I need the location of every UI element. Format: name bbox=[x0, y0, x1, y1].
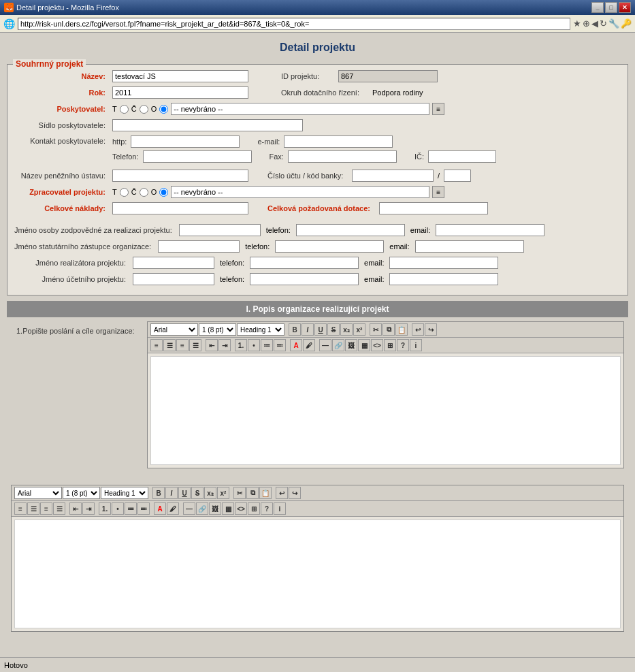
close-button[interactable]: ✕ bbox=[619, 2, 631, 13]
maximize-button[interactable]: □ bbox=[605, 2, 617, 13]
font-size-select-2[interactable]: 1 (8 pt) bbox=[63, 487, 100, 499]
undo-btn[interactable]: ↩ bbox=[412, 323, 424, 336]
indent-btn-2[interactable]: ⇥ bbox=[82, 502, 95, 515]
align-center-btn[interactable]: ☰ bbox=[163, 339, 176, 351]
font-family-select-2[interactable]: Arial bbox=[14, 487, 62, 499]
italic-btn-2[interactable]: I bbox=[165, 487, 178, 499]
underline-btn[interactable]: U bbox=[314, 323, 327, 336]
list-btn2[interactable]: ≔ bbox=[261, 339, 273, 351]
bold-btn[interactable]: B bbox=[289, 323, 301, 336]
italic-btn[interactable]: I bbox=[302, 323, 314, 336]
realizatora-input[interactable] bbox=[133, 257, 214, 269]
zodpovedne-email[interactable] bbox=[436, 224, 544, 236]
info-btn-2[interactable]: i bbox=[274, 502, 286, 515]
fax-input[interactable] bbox=[288, 150, 397, 163]
radio-c2[interactable] bbox=[140, 188, 148, 197]
align-justify-btn-2[interactable]: ☰ bbox=[53, 502, 65, 515]
statutarni-tel[interactable] bbox=[275, 240, 384, 253]
subscript-btn-2[interactable]: x₂ bbox=[204, 487, 216, 499]
statutarni-input[interactable] bbox=[158, 240, 240, 253]
indent-btn[interactable]: ⇥ bbox=[218, 339, 231, 351]
image-btn-2[interactable]: 🖼 bbox=[209, 502, 221, 515]
hr-btn[interactable]: — bbox=[319, 339, 331, 351]
zpracovatel-btn[interactable]: ≡ bbox=[432, 186, 444, 198]
help-btn[interactable]: ? bbox=[397, 339, 409, 351]
font-family-select[interactable]: Arial bbox=[150, 323, 198, 336]
text-color-btn-2[interactable]: A bbox=[154, 502, 166, 515]
radio-o[interactable] bbox=[159, 105, 168, 114]
penezni-input[interactable] bbox=[112, 170, 248, 182]
image-btn[interactable]: 🖼 bbox=[345, 339, 357, 351]
realizatora-email[interactable] bbox=[389, 257, 498, 269]
cislo-input[interactable] bbox=[352, 170, 434, 182]
list-btn2-2[interactable]: ≔ bbox=[125, 502, 137, 515]
link-btn-2[interactable]: 🔗 bbox=[196, 502, 208, 515]
align-justify-btn[interactable]: ☰ bbox=[189, 339, 201, 351]
ucetni-tel[interactable] bbox=[250, 273, 359, 285]
table-btn[interactable]: ▦ bbox=[358, 339, 370, 351]
align-center-btn-2[interactable]: ☰ bbox=[27, 502, 39, 515]
redo-btn[interactable]: ↪ bbox=[425, 323, 437, 336]
celkove-input[interactable] bbox=[112, 202, 248, 214]
bookmark-icon[interactable]: ★ bbox=[573, 18, 581, 29]
heading-select-2[interactable]: Heading 1 bbox=[101, 487, 148, 499]
help-btn-2[interactable]: ? bbox=[261, 502, 273, 515]
cut-btn[interactable]: ✂ bbox=[370, 323, 382, 336]
subscript-btn[interactable]: x₂ bbox=[340, 323, 353, 336]
celkova-input[interactable] bbox=[379, 202, 488, 214]
list-btn3-2[interactable]: ≕ bbox=[137, 502, 150, 515]
bold-btn-2[interactable]: B bbox=[152, 487, 165, 499]
copy-btn[interactable]: ⧉ bbox=[382, 323, 395, 336]
poskytovatel-btn[interactable]: ≡ bbox=[432, 103, 444, 115]
paste-btn-2[interactable]: 📋 bbox=[259, 487, 272, 499]
ic-input[interactable] bbox=[428, 150, 496, 163]
code-btn-2[interactable]: <> bbox=[235, 502, 247, 515]
radio-t[interactable] bbox=[120, 105, 129, 114]
http-input[interactable] bbox=[131, 135, 240, 148]
nav-icon[interactable]: ⊕ bbox=[583, 18, 590, 29]
rok-input[interactable] bbox=[112, 86, 248, 99]
telefon-input[interactable] bbox=[143, 150, 252, 163]
bg-color-btn[interactable]: 🖌 bbox=[303, 339, 315, 351]
align-right-btn[interactable]: ≡ bbox=[176, 339, 189, 351]
font-size-select[interactable]: 1 (8 pt) bbox=[199, 323, 236, 336]
hr-btn-2[interactable]: — bbox=[183, 502, 195, 515]
realizatora-tel[interactable] bbox=[250, 257, 359, 269]
rte-2-content[interactable] bbox=[14, 519, 621, 628]
ordered-list-btn-2[interactable]: 1. bbox=[99, 502, 111, 515]
copy-btn-2[interactable]: ⧉ bbox=[246, 487, 259, 499]
source-btn[interactable]: ⊞ bbox=[384, 339, 396, 351]
code-btn[interactable]: <> bbox=[371, 339, 383, 351]
superscript-btn[interactable]: x² bbox=[353, 323, 365, 336]
paste-btn[interactable]: 📋 bbox=[395, 323, 408, 336]
ordered-list-btn[interactable]: 1. bbox=[235, 339, 247, 351]
superscript-btn-2[interactable]: x² bbox=[217, 487, 229, 499]
table-btn-2[interactable]: ▦ bbox=[222, 502, 234, 515]
redo-btn-2[interactable]: ↪ bbox=[289, 487, 301, 499]
banka-input[interactable] bbox=[444, 170, 471, 182]
info-btn[interactable]: i bbox=[410, 339, 422, 351]
radio-t2[interactable] bbox=[120, 188, 129, 197]
window-controls[interactable]: _ □ ✕ bbox=[591, 2, 631, 13]
outdent-btn[interactable]: ⇤ bbox=[206, 339, 218, 351]
strikethrough-btn[interactable]: S bbox=[327, 323, 340, 336]
align-right-btn-2[interactable]: ≡ bbox=[40, 502, 52, 515]
link-btn[interactable]: 🔗 bbox=[332, 339, 344, 351]
heading-select[interactable]: Heading 1 bbox=[237, 323, 284, 336]
nav-icon2[interactable]: ◀ bbox=[591, 18, 598, 29]
cut-btn-2[interactable]: ✂ bbox=[233, 487, 246, 499]
key-icon[interactable]: 🔑 bbox=[621, 18, 632, 29]
strikethrough-btn-2[interactable]: S bbox=[191, 487, 203, 499]
radio-c[interactable] bbox=[140, 105, 148, 114]
radio-o2[interactable] bbox=[159, 188, 168, 197]
refresh-icon[interactable]: ↻ bbox=[600, 18, 607, 29]
statutarni-email[interactable] bbox=[415, 240, 524, 253]
zodpovedne-tel[interactable] bbox=[296, 224, 405, 236]
tools-icon[interactable]: 🔧 bbox=[608, 18, 619, 29]
unordered-list-btn[interactable]: • bbox=[248, 339, 260, 351]
undo-btn-2[interactable]: ↩ bbox=[276, 487, 288, 499]
bg-color-btn-2[interactable]: 🖌 bbox=[167, 502, 179, 515]
nazev-input[interactable] bbox=[112, 70, 248, 82]
outdent-btn-2[interactable]: ⇤ bbox=[69, 502, 82, 515]
zodpovedne-input[interactable] bbox=[179, 224, 261, 236]
